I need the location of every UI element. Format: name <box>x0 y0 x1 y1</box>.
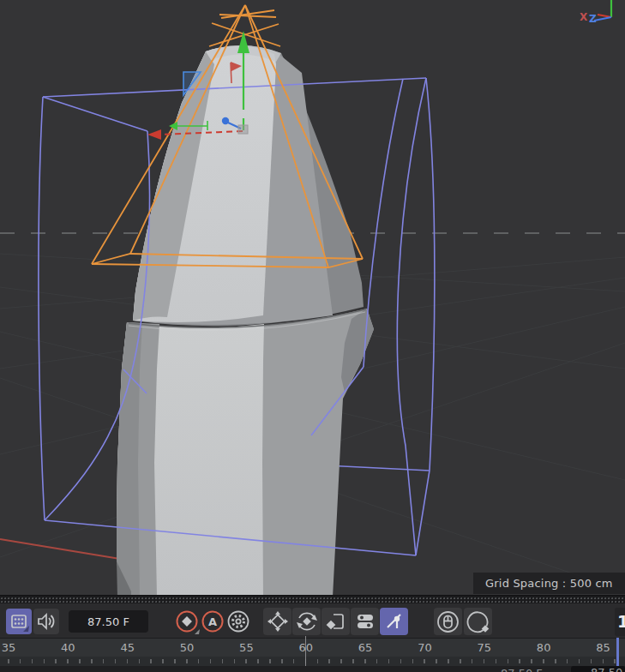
cappuccino-button[interactable] <box>434 608 462 635</box>
ruler-frame-label: 85 <box>596 641 610 654</box>
ruler-frame-label: 75 <box>478 641 492 654</box>
record-diamond-icon <box>174 609 200 634</box>
frame-tick <box>139 659 141 663</box>
frame-tick <box>340 659 342 663</box>
frame-tick <box>162 659 164 663</box>
scale-square-icon <box>325 610 347 633</box>
frame-tick <box>210 659 212 663</box>
frame-tick <box>281 659 283 663</box>
frame-tick <box>55 659 57 663</box>
frame-tick <box>543 659 544 663</box>
timeline-ruler[interactable]: 3540455055606570758085 <box>0 638 625 657</box>
viewport-3d[interactable]: X Z Grid Spacing : 500 cm <box>0 0 625 595</box>
timeline-ticks[interactable] <box>0 657 625 666</box>
frame-tick <box>198 659 200 663</box>
rotation-arrows-icon <box>296 610 318 633</box>
frame-tick <box>269 659 271 663</box>
frame-tick <box>448 659 449 663</box>
ruler-frame-label: 40 <box>61 641 75 654</box>
frame-tick <box>376 659 378 663</box>
timeline-end-field-partial[interactable]: 1 <box>615 608 625 636</box>
frame-tick <box>32 659 33 663</box>
autokey-button[interactable]: A <box>200 609 225 634</box>
keyframe-settings-button[interactable] <box>225 609 251 634</box>
ruler-frame-label: 70 <box>418 641 432 654</box>
speaker-icon <box>36 611 57 632</box>
frame-tick <box>460 659 461 663</box>
pla-crossed-pin-icon <box>383 610 406 633</box>
footer-frame-label: 87.50 F <box>501 667 543 672</box>
frame-tick <box>234 659 236 663</box>
frame-tick <box>8 659 9 663</box>
frame-tick <box>245 659 247 663</box>
frame-tick <box>603 659 604 663</box>
gizmo-center[interactable] <box>238 125 248 134</box>
frame-tick <box>20 659 21 663</box>
film-frame-button[interactable] <box>6 609 32 634</box>
footer-frame-field[interactable]: 87.50 F <box>571 666 625 672</box>
arc-diamond-icon <box>466 610 490 633</box>
axis-x-label: X <box>580 11 588 23</box>
frame-tick <box>531 659 532 663</box>
frame-tick <box>496 659 497 663</box>
key-pla-toggle[interactable] <box>380 608 408 635</box>
frame-tick <box>257 659 259 663</box>
frame-tick <box>579 659 580 663</box>
current-frame-value: 87.50 F <box>87 615 129 628</box>
frame-tick <box>555 659 556 663</box>
animation-toolbar: 87.50 F A <box>0 603 625 638</box>
frame-tick <box>567 659 568 663</box>
frame-tick <box>174 659 176 663</box>
key-position-toggle[interactable] <box>263 608 291 635</box>
frame-tick <box>103 659 105 663</box>
grid-spacing-badge: Grid Spacing : 500 cm <box>473 573 625 594</box>
frame-tick <box>150 659 152 663</box>
key-scale-toggle[interactable] <box>322 608 350 635</box>
frame-tick <box>614 659 616 663</box>
ruler-frame-label: 65 <box>358 641 373 654</box>
frame-marker <box>305 636 306 666</box>
timeline-footer: 87.50 F 87.50 F <box>0 666 625 672</box>
grid-spacing-label: Grid Spacing : 500 cm <box>485 577 613 590</box>
frame-tick <box>127 659 129 663</box>
sound-button[interactable] <box>33 609 59 634</box>
key-rotation-toggle[interactable] <box>292 608 321 635</box>
application-window: X Z Grid Spacing : 500 cm <box>0 0 625 672</box>
frame-tick <box>412 659 414 663</box>
frame-tick <box>400 659 402 663</box>
frame-tick <box>79 659 81 663</box>
ruler-frame-label: 35 <box>2 641 16 654</box>
frame-tick <box>44 659 45 663</box>
frame-tick <box>91 659 93 663</box>
ruler-frame-label: 80 <box>537 641 551 654</box>
frame-tick <box>364 659 366 663</box>
frame-tick <box>472 659 473 663</box>
frame-tick <box>67 659 69 663</box>
toolbar-grip <box>0 595 625 603</box>
frame-tick <box>293 659 295 663</box>
film-frame-icon <box>9 611 29 632</box>
frame-tick <box>436 659 437 663</box>
record-keyframe-button[interactable] <box>174 609 200 634</box>
key-parameter-toggle[interactable] <box>351 608 379 635</box>
frame-tick <box>222 659 224 663</box>
ruler-frame-label: 45 <box>120 641 135 654</box>
frame-tick <box>424 659 425 663</box>
frame-tick <box>317 659 319 663</box>
autokey-mode-button[interactable] <box>464 608 492 635</box>
gear-icon <box>225 609 251 634</box>
viewport-canvas[interactable]: X Z <box>0 0 625 595</box>
svg-text:A: A <box>208 615 217 628</box>
parameter-pills-icon <box>354 610 376 633</box>
frame-tick <box>508 659 509 663</box>
frame-tick <box>519 659 520 663</box>
frame-tick <box>388 659 390 663</box>
autokey-a-icon: A <box>200 609 225 634</box>
current-frame-field[interactable]: 87.50 F <box>69 610 148 633</box>
axis-z-label: Z <box>589 13 597 25</box>
frame-tick <box>328 659 330 663</box>
position-diamond-icon <box>267 610 289 633</box>
ruler-frame-label: 55 <box>239 641 254 654</box>
mouse-icon <box>436 610 460 633</box>
frame-tick <box>186 659 188 663</box>
